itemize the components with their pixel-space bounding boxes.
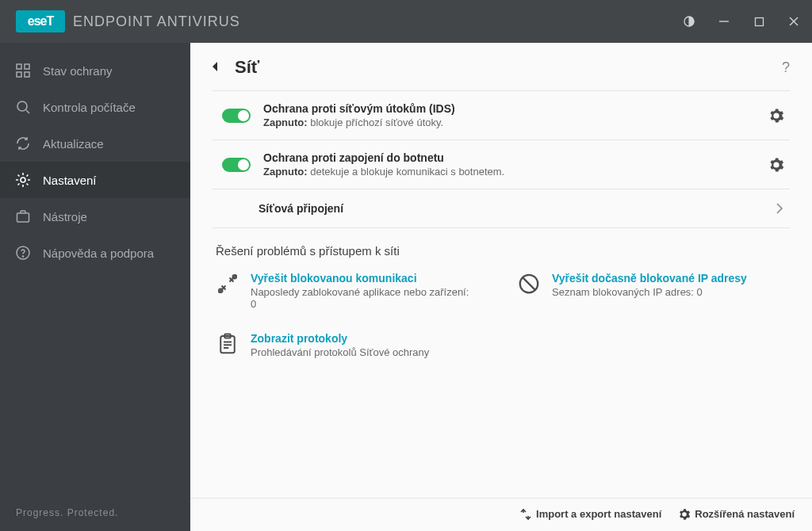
refresh-icon (14, 135, 32, 152)
svg-point-14 (22, 256, 23, 257)
tile-blocked-communication[interactable]: Vyřešit blokovanou komunikaci Naposledy … (216, 272, 469, 310)
nav-row-title: Síťová připojení (259, 202, 343, 215)
sidebar-item-tools[interactable]: Nástroje (0, 198, 190, 235)
svg-point-11 (21, 178, 25, 182)
gear-icon[interactable] (769, 158, 783, 172)
tile-title: Vyřešit dočasně blokované IP adresy (552, 272, 747, 285)
gear-icon (679, 509, 690, 520)
svg-rect-6 (25, 64, 29, 69)
wrench-icon (216, 272, 239, 296)
setting-subtitle: Zapnuto: blokuje příchozí síťové útoky. (263, 117, 756, 128)
sidebar-item-label: Nástroje (43, 210, 87, 223)
sidebar-item-settings[interactable]: Nastavení (0, 162, 190, 198)
setting-row-ids: Ochrana proti síťovým útokům (IDS) Zapnu… (213, 91, 790, 140)
app-logo: ENDPOINT ANTIVIRUS (16, 10, 240, 32)
status-icon (14, 62, 32, 79)
svg-point-9 (17, 101, 27, 111)
magnifier-icon (14, 98, 32, 116)
sidebar-item-label: Aktualizace (43, 137, 104, 151)
sidebar-item-scan[interactable]: Kontrola počítače (0, 89, 190, 125)
svg-rect-2 (755, 17, 763, 25)
tile-title: Vyřešit blokovanou komunikaci (251, 272, 469, 285)
tile-sub: Prohledávání protokolů Síťové ochrany (251, 346, 429, 358)
minimize-button[interactable] (717, 14, 731, 29)
close-button[interactable] (787, 14, 801, 29)
titlebar: ENDPOINT ANTIVIRUS (0, 0, 812, 43)
sidebar-item-status[interactable]: Stav ochrany (0, 52, 190, 89)
block-icon (517, 272, 541, 296)
toggle-ids[interactable] (222, 109, 251, 123)
clipboard-icon (216, 332, 239, 356)
advanced-settings-button[interactable]: Rozšířená nastavení (679, 508, 795, 520)
setting-subtitle: Zapnuto: detekuje a blokuje komunikaci s… (263, 166, 756, 178)
setting-title: Ochrana proti zapojení do botnetu (263, 151, 756, 164)
tile-sub: Naposledy zablokované aplikace nebo zaří… (251, 286, 469, 310)
nav-network-connections[interactable]: Síťová připojení (213, 189, 790, 228)
svg-line-19 (523, 277, 535, 290)
toolbox-icon (14, 208, 32, 225)
svg-rect-7 (17, 72, 21, 77)
import-export-button[interactable]: Import a export nastavení (520, 508, 661, 520)
contrast-icon[interactable] (682, 14, 696, 29)
help-icon[interactable]: ? (782, 59, 790, 76)
back-button[interactable] (209, 61, 222, 74)
svg-rect-8 (25, 72, 29, 77)
svg-line-10 (26, 110, 29, 113)
svg-marker-15 (213, 62, 217, 71)
tile-show-logs[interactable]: Zobrazit protokoly Prohledávání protokol… (216, 332, 469, 358)
maximize-button[interactable] (752, 14, 766, 29)
sidebar-footer: Progress. Protected. (0, 495, 190, 531)
gear-icon[interactable] (769, 109, 783, 123)
gear-icon (14, 171, 32, 189)
sidebar-item-label: Kontrola počítače (43, 101, 136, 114)
product-name: ENDPOINT ANTIVIRUS (73, 13, 240, 30)
page-title: Síť (235, 57, 259, 78)
setting-row-botnet: Ochrana proti zapojení do botnetu Zapnut… (213, 140, 790, 189)
sidebar-item-help[interactable]: Nápověda a podpora (0, 235, 190, 271)
svg-rect-5 (17, 64, 21, 69)
brand-logo-icon (16, 10, 65, 32)
tile-sub: Seznam blokovaných IP adres: 0 (552, 286, 747, 298)
chevron-right-icon (776, 202, 783, 215)
help-circle-icon (14, 244, 32, 262)
sidebar-item-label: Stav ochrany (43, 64, 113, 78)
main-panel: Síť ? Ochrana proti síťovým útokům (IDS)… (190, 43, 812, 531)
sidebar-item-label: Nápověda a podpora (43, 246, 154, 260)
sidebar-item-label: Nastavení (43, 174, 97, 187)
tile-blocked-ip[interactable]: Vyřešit dočasně blokované IP adresy Sezn… (517, 272, 771, 310)
toggle-botnet[interactable] (222, 158, 251, 172)
setting-title: Ochrana proti síťovým útokům (IDS) (263, 102, 756, 115)
bottombar: Import a export nastavení Rozšířená nast… (190, 498, 812, 531)
svg-rect-12 (17, 213, 29, 222)
tile-title: Zobrazit protokoly (251, 332, 429, 345)
sidebar-item-update[interactable]: Aktualizace (0, 125, 190, 162)
import-export-icon (520, 509, 531, 520)
troubleshoot-heading: Řešení problémů s přístupem k síti (190, 228, 812, 262)
sidebar: Stav ochrany Kontrola počítače Aktual (0, 43, 190, 531)
settings-group: Ochrana proti síťovým útokům (IDS) Zapnu… (213, 90, 790, 228)
